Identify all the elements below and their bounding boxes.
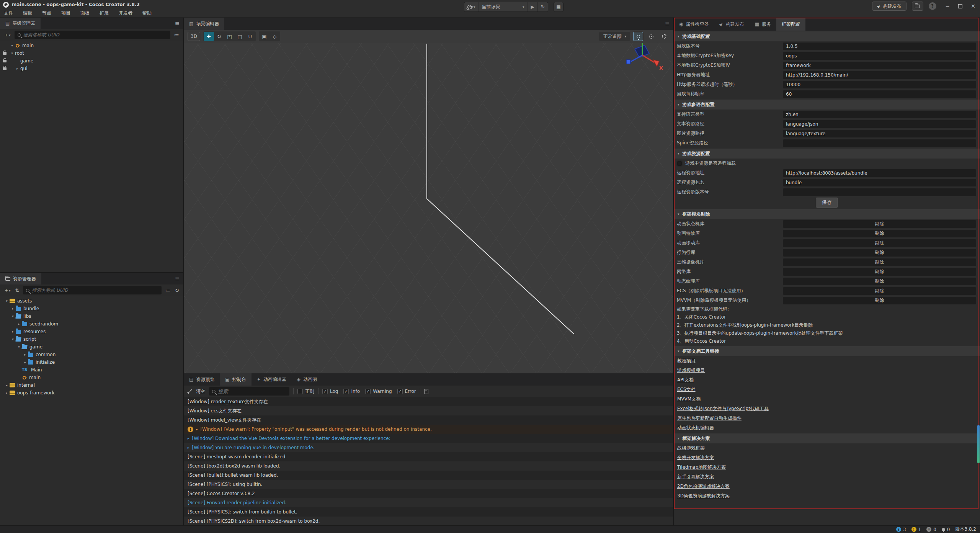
doc-link[interactable]: 原生包热更新配置自动生成插件 (674, 414, 980, 423)
scene-settings-button[interactable] (659, 32, 669, 41)
menu-item[interactable]: 文件 (4, 10, 13, 16)
lock-icon[interactable] (3, 60, 9, 62)
field-input[interactable] (783, 130, 976, 137)
log-row[interactable]: [Scene] Forward render pipeline initiali… (184, 498, 673, 507)
inspector-tab[interactable]: 构建发布 (714, 18, 749, 31)
doc-link[interactable]: 教程项目 (674, 356, 980, 366)
filter-icon[interactable]: ≔ (165, 288, 171, 293)
remove-module-button[interactable]: 剔除 (783, 239, 976, 247)
expand-chevron-icon[interactable]: ▸ (16, 322, 22, 326)
camera-settings-button[interactable] (646, 32, 656, 41)
log-row[interactable]: [Scene] [PHYSICS]: using builtin. (184, 480, 673, 489)
hierarchy-search[interactable] (15, 31, 170, 39)
menu-item[interactable]: 面板 (80, 10, 90, 16)
create-node-button[interactable]: ＋▾ (3, 31, 11, 38)
inspector-tab[interactable]: 框架配置 (776, 18, 805, 31)
asset-node-row[interactable]: ▸ internal (0, 381, 183, 389)
play-button[interactable]: ▶ (528, 2, 538, 11)
section-header-language[interactable]: ▾ 游戏多语言配置 (674, 100, 980, 110)
scene-editor-tab[interactable]: ▧ 场景编辑器 (184, 18, 224, 30)
asset-node-row[interactable]: ▾ script (0, 335, 183, 343)
asset-node-row[interactable]: ▸ initialize (0, 358, 183, 366)
asset-node-row[interactable]: ▸ common (0, 351, 183, 358)
clear-console-button[interactable]: 清空 (196, 388, 205, 395)
reload-button[interactable]: ↻ (538, 2, 548, 11)
hierarchy-node-row[interactable]: ▾ main (0, 42, 183, 49)
refresh-icon[interactable]: ↻ (174, 288, 180, 293)
scene-viewport[interactable]: 3D ✚ ↻ ◳ □ U ▣ ◇ (184, 30, 673, 373)
menu-item[interactable]: 编辑 (23, 10, 32, 16)
remove-module-button[interactable]: 剔除 (783, 220, 976, 228)
doc-link[interactable]: API文档 (674, 375, 980, 385)
field-input[interactable] (783, 120, 976, 128)
asset-node-row[interactable]: ▸ resources (0, 328, 183, 335)
solution-link[interactable]: 全栈开发解决方案 (674, 453, 980, 463)
gizmo-space-button[interactable]: ◇ (270, 32, 280, 41)
field-input[interactable] (783, 71, 976, 79)
menu-item[interactable]: 扩展 (100, 10, 109, 16)
maximize-button[interactable] (958, 4, 962, 8)
field-input[interactable] (783, 43, 976, 50)
remote-load-checkbox[interactable]: 游戏中资源是否远程加载 (674, 159, 980, 168)
error-count[interactable]: ✕ 0 (926, 527, 936, 532)
solution-link[interactable]: 新手引导解决方案 (674, 472, 980, 482)
expand-chevron-icon[interactable]: ▸ (15, 67, 20, 70)
minimize-button[interactable]: − (946, 3, 950, 9)
remove-module-button[interactable]: 剔除 (783, 297, 976, 304)
expand-chevron-icon[interactable]: ▸ (10, 307, 16, 311)
remove-module-button[interactable]: 剔除 (783, 287, 976, 295)
section-header-resource[interactable]: ▾ 游戏资源配置 (674, 149, 980, 159)
asset-node-row[interactable]: ▾ game (0, 343, 183, 351)
inspector-tab[interactable]: 属性检查器 (674, 18, 714, 31)
menu-item[interactable]: 帮助 (142, 10, 152, 16)
field-input[interactable] (783, 52, 976, 60)
doc-link[interactable]: 动画状态机编辑器 (674, 423, 980, 433)
rect-tool-button[interactable]: □ (235, 32, 245, 41)
log-filter-checkbox[interactable]: Info (343, 389, 360, 394)
asset-node-row[interactable]: Main (0, 366, 183, 374)
log-filter-checkbox[interactable]: Warning (365, 389, 392, 394)
console-tab[interactable]: 动画编辑器 (252, 373, 292, 386)
expand-chevron-icon[interactable]: ▾ (16, 345, 22, 349)
preview-qr-button[interactable]: ▦ (554, 2, 564, 12)
filter-icon[interactable]: ≔ (173, 32, 180, 38)
rotate-tool-button[interactable]: ↻ (214, 32, 224, 41)
notification-count[interactable]: 0 (942, 527, 950, 532)
asset-node-row[interactable]: ▾ libs (0, 312, 183, 320)
expand-arrow-icon[interactable]: ▸ (196, 427, 198, 431)
log-filter-checkbox[interactable]: Log (322, 389, 338, 394)
asset-node-row[interactable]: main (0, 374, 183, 381)
log-row[interactable]: [Scene] [bullet]:bullet wasm lib loaded. (184, 471, 673, 480)
section-header-solutions[interactable]: ▾ 框架解决方案 (674, 433, 980, 443)
console-tab[interactable]: 资源预览 (184, 373, 220, 386)
hierarchy-tab[interactable]: ▤ 层级管理器 (0, 18, 41, 29)
expand-chevron-icon[interactable]: ▸ (10, 330, 16, 334)
log-file-icon[interactable] (424, 389, 428, 394)
solution-link[interactable]: Tiledmap地图解决方案 (674, 463, 980, 472)
hierarchy-node-row[interactable]: game (0, 57, 183, 65)
platform-select[interactable]: ▾ (464, 2, 479, 11)
expand-chevron-icon[interactable]: ▾ (9, 44, 15, 47)
doc-link[interactable]: Excel格式转Json文件与TypeScript代码工具 (674, 404, 980, 414)
field-input[interactable] (783, 139, 976, 147)
inspector-tab[interactable]: 服务 (750, 18, 776, 31)
console-tab[interactable]: 控制台 (220, 373, 251, 386)
expand-chevron-icon[interactable]: ▾ (10, 314, 16, 318)
expand-chevron-icon[interactable]: ▸ (4, 391, 10, 395)
log-row[interactable]: [Window] ecs文件夹存在 (184, 406, 673, 415)
hierarchy-search-input[interactable] (23, 32, 167, 38)
hierarchy-node-row[interactable]: ▾ root (0, 49, 183, 57)
menu-item[interactable]: 开发者 (119, 10, 132, 16)
snap-tool-button[interactable]: ▣ (259, 32, 270, 41)
field-input[interactable] (783, 81, 976, 88)
log-row[interactable]: [Scene] [PHYSICS]: switch from builtin t… (184, 507, 673, 517)
expand-chevron-icon[interactable]: ▾ (10, 337, 16, 341)
close-button[interactable]: ✕ (971, 3, 975, 9)
asset-node-row[interactable]: ▸ oops-framework (0, 389, 183, 397)
expand-arrow-icon[interactable]: ▸ (188, 446, 189, 450)
doc-link[interactable]: MVVM文档 (674, 394, 980, 404)
transform-tool-button[interactable]: U (245, 32, 255, 41)
build-publish-button[interactable]: ▶ 构建发布 (872, 2, 906, 11)
field-input[interactable] (783, 169, 976, 177)
panel-menu-icon[interactable]: ≡ (172, 273, 183, 284)
